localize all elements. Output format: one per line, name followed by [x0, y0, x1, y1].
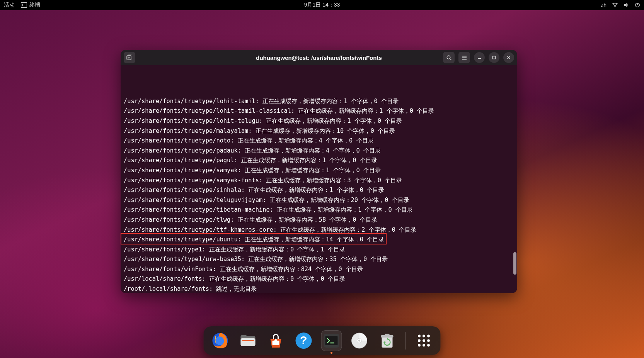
- terminal-output-line: /usr/share/fonts/truetype/lohit-tamil-cl…: [124, 106, 514, 116]
- terminal-icon[interactable]: [321, 330, 342, 351]
- dock-divider: [405, 332, 406, 350]
- focused-app-menu[interactable]: 终端: [21, 2, 40, 8]
- terminal-output-line: /usr/share/fonts/truetype/noto: 正在生成缓存，新…: [124, 136, 514, 146]
- svg-rect-25: [273, 341, 279, 345]
- svg-rect-16: [493, 56, 496, 59]
- terminal-output-line: /usr/share/fonts/truetype/ttf-khmeros-co…: [124, 225, 514, 235]
- svg-rect-24: [242, 340, 254, 341]
- svg-rect-0: [21, 3, 27, 8]
- input-method-indicator[interactable]: zh: [601, 2, 607, 8]
- svg-rect-22: [241, 338, 256, 346]
- terminal-body[interactable]: /usr/share/fonts/truetype/lohit-tamil: 正…: [121, 65, 517, 293]
- svg-point-42: [418, 339, 421, 342]
- svg-point-34: [358, 340, 360, 342]
- files-icon[interactable]: [238, 330, 259, 351]
- terminal-output-line: /usr/share/fonts/truetype/lohit-telugu: …: [124, 116, 514, 126]
- svg-text:?: ?: [300, 334, 307, 346]
- terminal-output-line: /usr/share/fonts/truetype/lohit-tamil: 正…: [124, 97, 514, 107]
- svg-point-46: [423, 344, 425, 347]
- svg-line-11: [450, 58, 451, 60]
- terminal-output-line: /usr/share/fonts/truetype/ubuntu: 正在生成缓存…: [124, 235, 514, 245]
- software-icon[interactable]: [266, 330, 286, 351]
- terminal-output-line: /usr/share/fonts/winFonts: 正在生成缓存，新增缓存内容…: [124, 265, 514, 275]
- window-titlebar[interactable]: duhuangwen@test: /usr/share/fonts/winFon…: [121, 50, 517, 65]
- focused-app-label: 终端: [29, 2, 40, 8]
- apps-grid-icon[interactable]: [414, 330, 434, 351]
- svg-rect-23: [241, 335, 247, 338]
- svg-point-45: [418, 344, 421, 347]
- terminal-output-line: /usr/share/fonts/truetype/padauk: 正在生成缓存…: [124, 146, 514, 156]
- activities-button[interactable]: 活动: [4, 2, 15, 8]
- svg-point-39: [418, 335, 421, 338]
- terminal-output-line: /usr/share/fonts/truetype/tibetan-machin…: [124, 205, 514, 215]
- disc-icon[interactable]: [349, 330, 370, 351]
- terminal-output-line: /usr/share/fonts/type1: 正在生成缓存，新增缓存内容：0 …: [124, 245, 514, 255]
- terminal-output-line: /usr/local/share/fonts: 正在生成缓存，新增缓存内容：0 …: [124, 274, 514, 284]
- terminal-output-line: /usr/share/fonts/type1/urw-base35: 正在生成缓…: [124, 255, 514, 265]
- svg-point-10: [447, 56, 450, 59]
- svg-point-44: [427, 339, 430, 342]
- search-button[interactable]: [443, 52, 455, 63]
- close-button[interactable]: [503, 52, 514, 63]
- svg-point-47: [427, 344, 430, 347]
- terminal-window: duhuangwen@test: /usr/share/fonts/winFon…: [121, 50, 517, 293]
- minimize-button[interactable]: [474, 52, 485, 63]
- terminal-output-line: /usr/share/fonts/truetype/tlwg: 正在生成缓存，新…: [124, 215, 514, 225]
- new-tab-button[interactable]: [124, 52, 135, 63]
- svg-point-40: [423, 335, 425, 338]
- terminal-output-line: /usr/share/fonts/truetype/samyak: 正在生成缓存…: [124, 166, 514, 176]
- svg-rect-29: [325, 336, 338, 345]
- clock[interactable]: 9月1日 14：33: [304, 2, 340, 8]
- terminal-output-line: /root/.local/share/fonts: 跳过，无此目录: [124, 284, 514, 293]
- power-icon[interactable]: [635, 2, 640, 8]
- firefox-icon[interactable]: [210, 330, 231, 351]
- terminal-icon: [21, 2, 27, 8]
- help-icon[interactable]: ?: [293, 330, 314, 351]
- trash-icon[interactable]: [377, 330, 398, 351]
- terminal-output-line: /usr/share/fonts/truetype/teluguvijayam:…: [124, 195, 514, 205]
- sound-icon[interactable]: [624, 2, 629, 8]
- svg-rect-37: [385, 334, 390, 336]
- terminal-output-line: /usr/share/fonts/truetype/sinhala: 正在生成缓…: [124, 185, 514, 195]
- svg-point-41: [427, 335, 430, 338]
- window-title: duhuangwen@test: /usr/share/fonts/winFon…: [256, 54, 382, 61]
- terminal-output-line: /usr/share/fonts/truetype/malayalam: 正在生…: [124, 126, 514, 136]
- terminal-output-line: /usr/share/fonts/truetype/samyak-fonts: …: [124, 176, 514, 186]
- topbar: 活动 终端 9月1日 14：33 zh: [0, 0, 644, 10]
- network-icon[interactable]: [612, 2, 618, 8]
- terminal-output-line: /usr/share/fonts/truetype/pagul: 正在生成缓存，…: [124, 156, 514, 166]
- maximize-button[interactable]: [489, 52, 499, 63]
- scrollbar-thumb[interactable]: [513, 252, 516, 275]
- hamburger-menu-button[interactable]: [458, 52, 470, 63]
- dock: ?: [204, 326, 441, 355]
- svg-point-43: [423, 339, 425, 342]
